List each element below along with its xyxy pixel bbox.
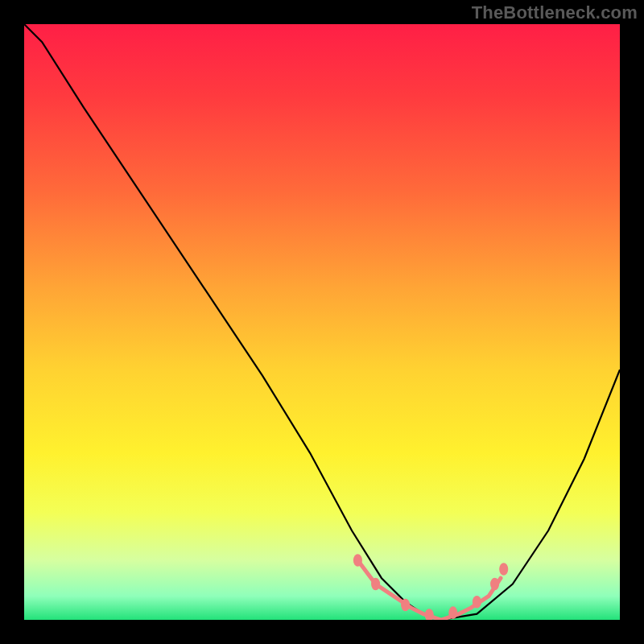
watermark-text: TheBottleneck.com xyxy=(472,2,638,23)
curve-layer xyxy=(24,24,620,620)
main-curve xyxy=(24,24,620,620)
plot-area xyxy=(24,24,620,620)
highlight-dot xyxy=(425,609,434,620)
highlight-dot xyxy=(499,563,508,576)
chart-frame: TheBottleneck.com xyxy=(0,0,644,644)
highlight-dot xyxy=(401,599,410,612)
chart-svg xyxy=(24,24,620,620)
highlight-dot xyxy=(490,578,499,591)
highlight-dot xyxy=(353,554,362,567)
highlight-dot xyxy=(473,596,481,609)
dots-layer xyxy=(353,554,508,620)
highlight-dot xyxy=(371,578,380,591)
highlight-dot xyxy=(448,606,457,619)
